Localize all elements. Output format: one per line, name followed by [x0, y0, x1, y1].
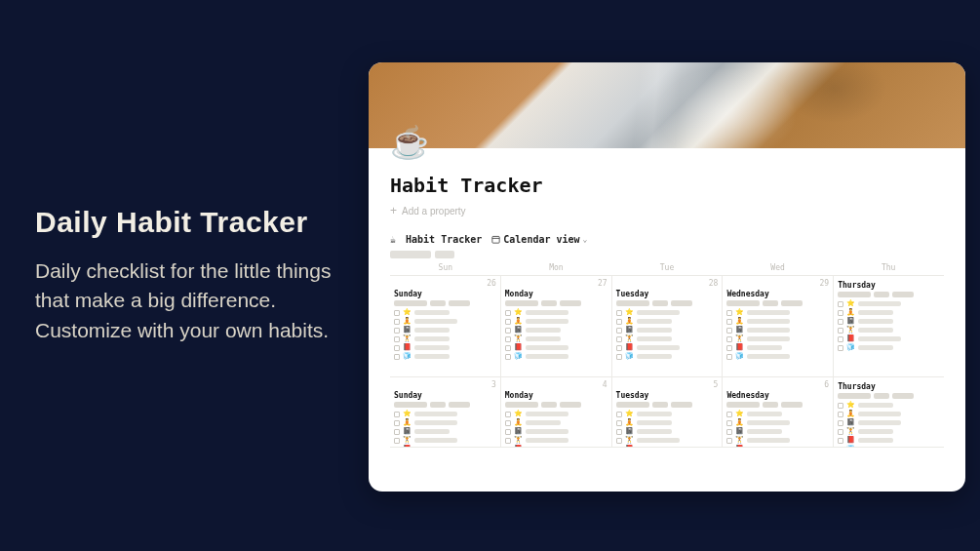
habit-item[interactable]: ⭐ — [726, 309, 829, 316]
checkbox-icon[interactable] — [505, 438, 511, 444]
checkbox-icon[interactable] — [505, 319, 511, 325]
database-name[interactable]: Habit Tracker — [406, 234, 482, 245]
habit-item[interactable]: 📓 — [726, 327, 829, 334]
checkbox-icon[interactable] — [394, 310, 400, 316]
habit-item[interactable]: 🧘 — [505, 419, 608, 426]
calendar-cell[interactable]: 6Wednesday⭐🧘📓🏋️📕🧊 — [723, 377, 834, 448]
checkbox-icon[interactable] — [394, 429, 400, 435]
checkbox-icon[interactable] — [616, 429, 622, 435]
habit-item[interactable]: 🏋️ — [838, 327, 940, 334]
checkbox-icon[interactable] — [726, 328, 732, 334]
habit-item[interactable]: 🧘 — [726, 318, 829, 325]
habit-item[interactable]: 🏋️ — [505, 335, 608, 342]
habit-item[interactable]: 🧘 — [616, 419, 719, 426]
habit-item[interactable]: 🏋️ — [394, 335, 496, 342]
calendar-cell[interactable]: 28Tuesday⭐🧘📓🏋️📕🧊 — [612, 276, 724, 377]
checkbox-icon[interactable] — [505, 336, 511, 342]
checkbox-icon[interactable] — [616, 310, 622, 316]
habit-item[interactable]: 📕 — [726, 446, 829, 448]
habit-item[interactable]: 📓 — [838, 419, 940, 426]
habit-item[interactable]: ⭐ — [616, 411, 719, 417]
habit-item[interactable]: 📕 — [726, 344, 829, 351]
habit-item[interactable]: 🧊 — [726, 353, 829, 360]
habit-item[interactable]: 📕 — [838, 335, 940, 342]
habit-item[interactable]: 🧘 — [726, 419, 829, 426]
checkbox-icon[interactable] — [616, 319, 622, 325]
checkbox-icon[interactable] — [838, 420, 843, 426]
checkbox-icon[interactable] — [726, 319, 732, 325]
checkbox-icon[interactable] — [726, 412, 732, 417]
calendar-cell[interactable]: Thursday⭐🧘📓🏋️📕🧊 — [834, 276, 944, 377]
checkbox-icon[interactable] — [616, 447, 622, 449]
page-title[interactable]: Habit Tracker — [390, 174, 944, 197]
checkbox-icon[interactable] — [505, 328, 511, 334]
checkbox-icon[interactable] — [838, 447, 843, 449]
checkbox-icon[interactable] — [394, 319, 400, 325]
habit-item[interactable]: 🧊 — [394, 353, 496, 360]
page-icon[interactable]: ☕ — [390, 127, 429, 158]
checkbox-icon[interactable] — [616, 438, 622, 444]
checkbox-icon[interactable] — [505, 345, 511, 351]
habit-item[interactable]: ⭐ — [726, 411, 829, 417]
habit-item[interactable]: ⭐ — [505, 411, 608, 417]
checkbox-icon[interactable] — [616, 345, 622, 351]
checkbox-icon[interactable] — [726, 420, 732, 426]
checkbox-icon[interactable] — [505, 420, 511, 426]
checkbox-icon[interactable] — [726, 336, 732, 342]
habit-item[interactable]: 🏋️ — [838, 428, 940, 435]
checkbox-icon[interactable] — [505, 310, 511, 316]
checkbox-icon[interactable] — [838, 301, 843, 307]
habit-item[interactable]: 🏋️ — [505, 437, 608, 444]
habit-item[interactable]: 🧊 — [838, 344, 940, 351]
checkbox-icon[interactable] — [838, 438, 843, 444]
habit-item[interactable]: 🧘 — [505, 318, 608, 325]
habit-item[interactable]: 🧊 — [616, 353, 719, 360]
view-selector[interactable]: Calendar view ⌄ — [491, 234, 587, 245]
checkbox-icon[interactable] — [726, 429, 732, 435]
checkbox-icon[interactable] — [394, 412, 400, 417]
habit-item[interactable]: 🧊 — [838, 446, 940, 448]
checkbox-icon[interactable] — [726, 447, 732, 449]
calendar-cell[interactable]: Thursday⭐🧘📓🏋️📕🧊 — [834, 377, 944, 448]
checkbox-icon[interactable] — [838, 429, 843, 435]
habit-item[interactable]: 📓 — [616, 428, 719, 435]
calendar-cell[interactable]: 27Monday⭐🧘📓🏋️📕🧊 — [501, 276, 612, 377]
checkbox-icon[interactable] — [394, 328, 400, 334]
habit-item[interactable]: 🧘 — [394, 419, 496, 426]
checkbox-icon[interactable] — [838, 310, 843, 316]
habit-item[interactable]: 🏋️ — [394, 437, 496, 444]
habit-item[interactable]: 🏋️ — [726, 335, 829, 342]
checkbox-icon[interactable] — [505, 412, 511, 417]
calendar-cell[interactable]: 3Sunday⭐🧘📓🏋️📕🧊 — [390, 377, 501, 448]
habit-item[interactable]: 🏋️ — [616, 437, 719, 444]
checkbox-icon[interactable] — [726, 345, 732, 351]
habit-item[interactable]: 📕 — [505, 446, 608, 448]
calendar-cell[interactable]: 29Wednesday⭐🧘📓🏋️📕🧊 — [723, 276, 834, 377]
checkbox-icon[interactable] — [838, 412, 843, 417]
calendar-cell[interactable]: 5Tuesday⭐🧘📓🏋️📕🧊 — [612, 377, 724, 448]
habit-item[interactable]: ⭐ — [394, 411, 496, 417]
checkbox-icon[interactable] — [838, 345, 843, 351]
checkbox-icon[interactable] — [616, 336, 622, 342]
habit-item[interactable]: 📕 — [838, 437, 940, 444]
habit-item[interactable]: 📕 — [616, 344, 719, 351]
calendar-cell[interactable]: 4Monday⭐🧘📓🏋️📕🧊 — [501, 377, 612, 448]
habit-item[interactable]: 🧊 — [505, 353, 608, 360]
checkbox-icon[interactable] — [838, 319, 843, 325]
habit-item[interactable]: 📓 — [726, 428, 829, 435]
calendar-cell[interactable]: 26Sunday⭐🧘📓🏋️📕🧊 — [390, 276, 501, 377]
page-cover[interactable] — [369, 62, 965, 148]
habit-item[interactable]: 🏋️ — [726, 437, 829, 444]
habit-item[interactable]: 📕 — [394, 446, 496, 448]
habit-item[interactable]: ⭐ — [616, 309, 719, 316]
checkbox-icon[interactable] — [726, 354, 732, 360]
habit-item[interactable]: 📓 — [505, 428, 608, 435]
habit-item[interactable]: 📓 — [505, 327, 608, 334]
habit-item[interactable]: 🧘 — [616, 318, 719, 325]
checkbox-icon[interactable] — [394, 345, 400, 351]
checkbox-icon[interactable] — [394, 354, 400, 360]
habit-item[interactable]: 📕 — [394, 344, 496, 351]
checkbox-icon[interactable] — [505, 447, 511, 449]
habit-item[interactable]: 🏋️ — [616, 335, 719, 342]
habit-item[interactable]: 🧘 — [394, 318, 496, 325]
